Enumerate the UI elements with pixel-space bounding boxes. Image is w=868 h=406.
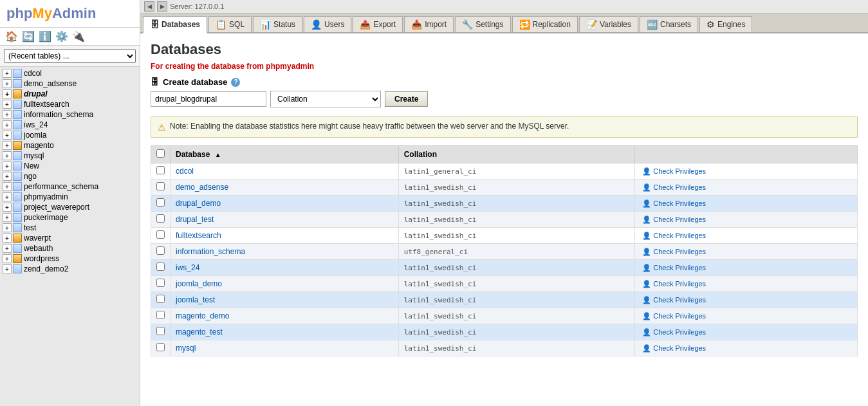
expand-icon[interactable]: + bbox=[3, 131, 12, 140]
sidebar-item-New[interactable]: +New bbox=[0, 161, 140, 171]
expand-icon[interactable]: + bbox=[3, 182, 12, 191]
expand-icon[interactable]: + bbox=[3, 244, 12, 253]
tab-engines[interactable]: ⚙Engines bbox=[699, 16, 752, 32]
select-all-checkbox[interactable] bbox=[156, 149, 165, 158]
sidebar-item-puckerimage[interactable]: +puckerimage bbox=[0, 212, 140, 223]
settings-icon[interactable]: ⚙️ bbox=[55, 30, 68, 42]
row-checkbox[interactable] bbox=[156, 327, 165, 335]
back-button[interactable]: ◀ bbox=[144, 1, 154, 12]
check-privileges-button[interactable]: 👤Check Privileges bbox=[640, 295, 708, 305]
expand-icon[interactable]: + bbox=[3, 223, 12, 232]
check-privileges-button[interactable]: 👤Check Privileges bbox=[640, 167, 708, 176]
row-checkbox[interactable] bbox=[156, 263, 165, 271]
sidebar-item-ngo[interactable]: +ngo bbox=[0, 171, 140, 181]
tab-charsets[interactable]: 🔤Charsets bbox=[640, 16, 698, 32]
check-privileges-button[interactable]: 👤Check Privileges bbox=[640, 199, 708, 208]
check-privileges-button[interactable]: 👤Check Privileges bbox=[640, 263, 708, 273]
create-button[interactable]: Create bbox=[385, 91, 428, 107]
expand-icon[interactable]: + bbox=[3, 141, 12, 150]
help-icon[interactable]: ? bbox=[231, 78, 240, 87]
db-name-link[interactable]: drupal_demo bbox=[176, 199, 221, 208]
sidebar-item-zend_demo2[interactable]: +zend_demo2 bbox=[0, 264, 140, 274]
sidebar-item-project_wavereport[interactable]: +project_wavereport bbox=[0, 202, 140, 212]
tab-import[interactable]: 📥Import bbox=[404, 16, 454, 32]
sidebar-item-demo_adsense[interactable]: +demo_adsense bbox=[0, 78, 140, 89]
db-name-link[interactable]: demo_adsense bbox=[176, 183, 228, 192]
forward-button[interactable]: ▶ bbox=[157, 1, 167, 12]
tab-users[interactable]: 👤Users bbox=[304, 16, 351, 32]
check-privileges-button[interactable]: 👤Check Privileges bbox=[640, 279, 708, 289]
sidebar-item-mysql[interactable]: +mysql bbox=[0, 151, 140, 161]
sidebar-item-waverpt[interactable]: +waverpt bbox=[0, 233, 140, 243]
database-name-input[interactable] bbox=[151, 91, 266, 107]
db-name-link[interactable]: iws_24 bbox=[176, 263, 199, 272]
db-name-link[interactable]: joomla_test bbox=[176, 295, 215, 304]
row-checkbox[interactable] bbox=[156, 214, 165, 223]
row-checkbox[interactable] bbox=[156, 311, 165, 319]
expand-icon[interactable]: + bbox=[3, 100, 12, 109]
sidebar-item-cdcol[interactable]: +cdcol bbox=[0, 68, 140, 78]
sidebar-item-joomla[interactable]: +joomla bbox=[0, 130, 140, 140]
recent-tables-select[interactable]: (Recent tables) ... bbox=[4, 49, 136, 63]
tab-databases[interactable]: 🗄Databases bbox=[143, 16, 207, 33]
check-privileges-button[interactable]: 👤Check Privileges bbox=[640, 344, 708, 353]
sidebar-item-drupal[interactable]: +drupal bbox=[0, 89, 140, 99]
expand-icon[interactable]: + bbox=[3, 213, 12, 222]
tab-variables[interactable]: 📝Variables bbox=[579, 16, 638, 32]
expand-icon[interactable]: + bbox=[3, 79, 12, 88]
sidebar-item-webauth[interactable]: +webauth bbox=[0, 243, 140, 254]
tab-replication[interactable]: 🔁Replication bbox=[512, 16, 578, 32]
home-icon[interactable]: 🏠 bbox=[5, 30, 18, 42]
row-checkbox[interactable] bbox=[156, 279, 165, 287]
db-name-link[interactable]: drupal_test bbox=[176, 215, 214, 224]
reload-icon[interactable]: 🔄 bbox=[22, 30, 35, 42]
db-name-link[interactable]: mysql bbox=[176, 344, 196, 353]
info-icon[interactable]: ℹ️ bbox=[39, 30, 51, 42]
expand-icon[interactable]: + bbox=[3, 234, 12, 243]
expand-icon[interactable]: + bbox=[3, 69, 12, 78]
row-checkbox[interactable] bbox=[156, 182, 165, 190]
expand-icon[interactable]: + bbox=[3, 203, 12, 212]
row-checkbox[interactable] bbox=[156, 198, 165, 207]
check-privileges-button[interactable]: 👤Check Privileges bbox=[640, 311, 708, 321]
check-privileges-button[interactable]: 👤Check Privileges bbox=[640, 328, 708, 337]
expand-icon[interactable]: + bbox=[3, 172, 12, 181]
sidebar-item-iws_24[interactable]: +iws_24 bbox=[0, 120, 140, 130]
plugin-icon[interactable]: 🔌 bbox=[72, 30, 85, 42]
check-privileges-button[interactable]: 👤Check Privileges bbox=[640, 215, 708, 225]
tab-settings[interactable]: 🔧Settings bbox=[455, 16, 510, 32]
expand-icon[interactable]: + bbox=[3, 254, 12, 263]
expand-icon[interactable]: + bbox=[3, 120, 12, 129]
db-name-link[interactable]: magento_test bbox=[176, 328, 223, 337]
expand-icon[interactable]: + bbox=[3, 264, 12, 273]
tab-sql[interactable]: 📋SQL bbox=[208, 16, 252, 32]
sidebar-item-magento[interactable]: +magento bbox=[0, 140, 140, 151]
check-privileges-button[interactable]: 👤Check Privileges bbox=[640, 183, 708, 192]
row-checkbox[interactable] bbox=[156, 343, 165, 351]
check-privileges-button[interactable]: 👤Check Privileges bbox=[640, 231, 708, 241]
collation-select[interactable]: Collation bbox=[271, 91, 380, 107]
row-checkbox[interactable] bbox=[156, 295, 165, 303]
row-checkbox[interactable] bbox=[156, 246, 165, 255]
sidebar-item-performance_schema[interactable]: +performance_schema bbox=[0, 181, 140, 192]
expand-icon[interactable]: + bbox=[3, 151, 12, 160]
tab-status[interactable]: 📊Status bbox=[253, 16, 302, 32]
check-privileges-button[interactable]: 👤Check Privileges bbox=[640, 247, 708, 257]
header-database[interactable]: Database ▲ bbox=[171, 146, 399, 163]
db-name-link[interactable]: cdcol bbox=[176, 167, 194, 176]
db-name-link[interactable]: magento_demo bbox=[176, 311, 229, 320]
sidebar-item-information_schema[interactable]: +information_schema bbox=[0, 109, 140, 120]
expand-icon[interactable]: + bbox=[3, 161, 12, 171]
row-checkbox[interactable] bbox=[156, 230, 165, 239]
db-name-link[interactable]: fulltextsearch bbox=[176, 231, 221, 240]
db-name-link[interactable]: joomla_demo bbox=[176, 279, 222, 288]
db-name-link[interactable]: information_schema bbox=[176, 247, 245, 256]
row-checkbox[interactable] bbox=[156, 166, 165, 174]
sidebar-item-test[interactable]: +test bbox=[0, 223, 140, 233]
sidebar-item-wordpress[interactable]: +wordpress bbox=[0, 254, 140, 264]
expand-icon[interactable]: + bbox=[3, 110, 12, 119]
tab-export[interactable]: 📤Export bbox=[353, 16, 403, 32]
expand-icon[interactable]: + bbox=[3, 89, 12, 98]
sidebar-item-phpmyadmin[interactable]: +phpmyadmin bbox=[0, 192, 140, 202]
sidebar-item-fulltextsearch[interactable]: +fulltextsearch bbox=[0, 99, 140, 109]
